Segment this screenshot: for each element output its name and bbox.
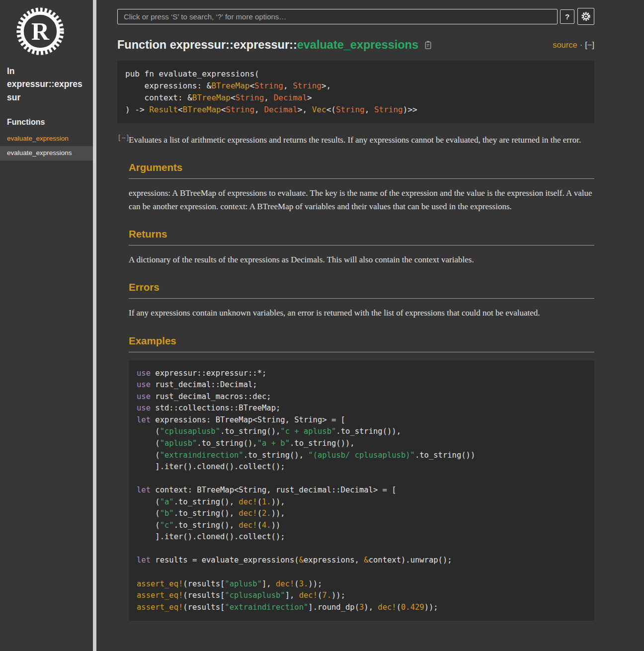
help-button[interactable]: ? bbox=[560, 9, 574, 24]
header-links: source·[−] bbox=[553, 40, 594, 50]
svg-text:R: R bbox=[31, 17, 50, 45]
section-heading-errors[interactable]: Errors bbox=[129, 281, 594, 299]
returns-text: A dictionary of the results of the expre… bbox=[129, 253, 594, 266]
settings-button[interactable] bbox=[577, 8, 594, 25]
section-arguments: Arguments expressions: A BTreeMap of exp… bbox=[129, 162, 594, 213]
function-name: evaluate_expressions bbox=[297, 38, 418, 51]
description-row: [−] Evaluates a list of arithmetic expre… bbox=[117, 134, 594, 147]
item-header: Function expressur::expressur::evaluate_… bbox=[117, 38, 594, 52]
function-signature: pub fn evaluate_expressions( expressions… bbox=[117, 61, 594, 123]
rust-logo-icon: R bbox=[15, 6, 66, 57]
item-kind-label: Function bbox=[117, 38, 170, 51]
rust-logo[interactable]: R bbox=[15, 6, 66, 57]
sidebar-function-list: evaluate_expressionevaluate_expressions bbox=[0, 132, 93, 161]
section-heading-returns[interactable]: Returns bbox=[129, 228, 594, 245]
page: R In expressur::expressur Functions eval… bbox=[0, 0, 644, 651]
doc-collapse-toggle[interactable]: [−] bbox=[117, 134, 129, 147]
sidebar-crate-title[interactable]: In expressur::expressur bbox=[7, 65, 82, 104]
clipboard-icon bbox=[423, 40, 433, 50]
docblock: Arguments expressions: A BTreeMap of exp… bbox=[129, 162, 594, 621]
copy-path-button[interactable] bbox=[423, 40, 433, 50]
gear-icon bbox=[580, 11, 591, 22]
section-errors: Errors If any expressions contain unknow… bbox=[129, 281, 594, 320]
search-bar: ? bbox=[117, 8, 594, 25]
sidebar: R In expressur::expressur Functions eval… bbox=[0, 0, 93, 651]
example-code-block: use expressur::expressur::*; use rust_de… bbox=[129, 360, 594, 621]
section-returns: Returns A dictionary of the results of t… bbox=[129, 228, 594, 266]
section-heading-examples[interactable]: Examples bbox=[129, 335, 594, 352]
main-content: ? Function expressur::expressur::evaluat… bbox=[96, 0, 644, 651]
sidebar-resizer[interactable] bbox=[93, 0, 96, 651]
sidebar-item-evaluate_expression[interactable]: evaluate_expression bbox=[0, 132, 93, 146]
arguments-text: expressions: A BTreeMap of expressions t… bbox=[129, 187, 594, 213]
function-description: Evaluates a list of arithmetic expressio… bbox=[129, 134, 581, 147]
errors-text: If any expressions contain unknown varia… bbox=[129, 307, 594, 320]
collapse-all-toggle[interactable]: [−] bbox=[585, 40, 594, 49]
section-examples: Examples use expressur::expressur::*; us… bbox=[129, 335, 594, 621]
search-input[interactable] bbox=[117, 9, 558, 24]
page-title: Function expressur::expressur::evaluate_… bbox=[117, 38, 418, 52]
section-heading-arguments[interactable]: Arguments bbox=[129, 162, 594, 179]
source-link[interactable]: source bbox=[553, 40, 577, 49]
header-separator: · bbox=[580, 40, 583, 49]
sidebar-section-functions: Functions bbox=[7, 118, 86, 127]
module-path-links[interactable]: expressur::expressur:: bbox=[170, 38, 297, 51]
sidebar-item-evaluate_expressions[interactable]: evaluate_expressions bbox=[0, 146, 93, 161]
